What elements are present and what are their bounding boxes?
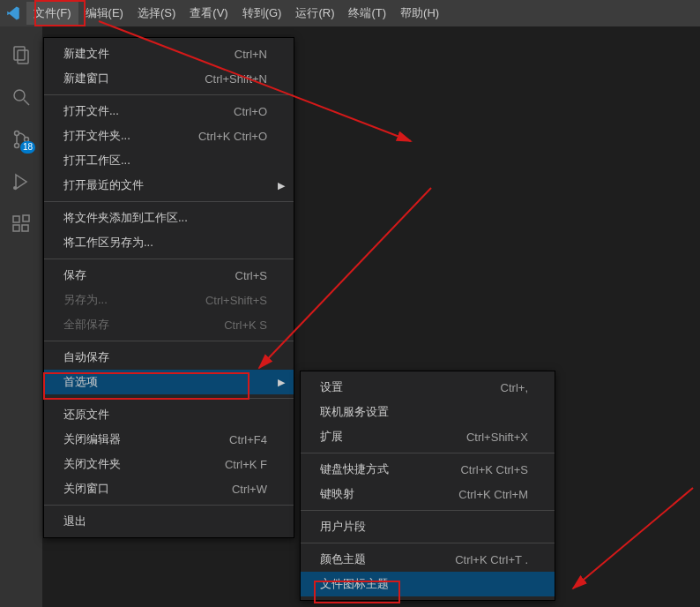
file-menu-item[interactable]: 关闭文件夹Ctrl+K F [44, 452, 294, 476]
menu-item-3[interactable]: 查看(V) [182, 2, 235, 25]
separator [44, 259, 294, 259]
file-menu-item[interactable]: 首选项▶ [44, 370, 294, 394]
menu-item-label: 用户片段 [320, 519, 366, 535]
menu-item-label: 关闭文件夹 [63, 456, 121, 472]
separator [44, 341, 294, 341]
menu-item-label: 关闭编辑器 [63, 431, 121, 447]
menu-item-label: 打开工作区... [63, 153, 130, 169]
svg-line-3 [24, 100, 29, 105]
menu-item-hotkey: Ctrl+K F [225, 458, 267, 471]
pref-menu-item[interactable]: 文件图标主题 [301, 572, 555, 596]
pref-menu-item[interactable]: 键映射Ctrl+K Ctrl+M [301, 482, 555, 506]
file-menu-item[interactable]: 退出 [44, 509, 294, 534]
menu-item-hotkey: Ctrl+K Ctrl+T . [455, 553, 528, 566]
svg-rect-8 [13, 216, 19, 222]
run-icon[interactable] [0, 161, 42, 203]
file-menu-item: 另存为...Ctrl+Shift+S [44, 288, 294, 312]
preferences-submenu: 设置Ctrl+,联机服务设置扩展Ctrl+Shift+X键盘快捷方式Ctrl+K… [300, 371, 555, 601]
file-menu-item[interactable]: 关闭窗口Ctrl+W [44, 476, 294, 501]
menu-item-7[interactable]: 帮助(H) [393, 2, 446, 25]
menu-item-6[interactable]: 终端(T) [341, 2, 393, 25]
menu-item-5[interactable]: 运行(R) [288, 2, 341, 25]
file-menu-item[interactable]: 打开文件夹...Ctrl+K Ctrl+O [44, 124, 294, 148]
submenu-arrow-icon: ▶ [278, 180, 285, 191]
menu-item-label: 打开文件... [63, 103, 119, 119]
menu-item-1[interactable]: 编辑(E) [78, 2, 130, 25]
menu-item-hotkey: Ctrl+N [235, 48, 267, 61]
file-menu-item[interactable]: 保存Ctrl+S [44, 263, 294, 288]
svg-point-5 [15, 144, 19, 148]
pref-menu-item[interactable]: 键盘快捷方式Ctrl+K Ctrl+S [301, 457, 555, 482]
file-menu-item[interactable]: 打开最近的文件▶ [44, 173, 294, 198]
extensions-icon[interactable] [0, 203, 42, 245]
pref-menu-item[interactable]: 颜色主题Ctrl+K Ctrl+T . [301, 547, 555, 572]
submenu-arrow-icon: ▶ [278, 377, 285, 388]
svg-point-2 [14, 90, 25, 101]
menu-item-hotkey: Ctrl+K Ctrl+O [198, 130, 267, 143]
menu-item-hotkey: Ctrl+K Ctrl+M [458, 488, 528, 501]
file-menu-item[interactable]: 将工作区另存为... [44, 230, 294, 255]
file-menu-item[interactable]: 将文件夹添加到工作区... [44, 206, 294, 230]
separator [44, 201, 294, 202]
menu-item-label: 首选项 [63, 374, 98, 390]
menu-item-hotkey: Ctrl+, [501, 381, 528, 394]
svg-point-7 [13, 186, 17, 190]
file-menu-item[interactable]: 关闭编辑器Ctrl+F4 [44, 427, 294, 452]
explorer-icon[interactable] [0, 34, 42, 76]
separator [301, 543, 555, 543]
menu-item-label: 关闭窗口 [63, 481, 109, 497]
pref-menu-item[interactable]: 联机服务设置 [301, 400, 555, 424]
menu-item-hotkey: Ctrl+Shift+N [205, 72, 267, 86]
menu-item-hotkey: Ctrl+K S [224, 318, 267, 332]
file-menu-item[interactable]: 新建文件Ctrl+N [44, 41, 294, 66]
file-menu: 新建文件Ctrl+N新建窗口Ctrl+Shift+N打开文件...Ctrl+O打… [43, 37, 294, 538]
pref-menu-item[interactable]: 设置Ctrl+, [301, 375, 555, 400]
separator [44, 94, 294, 95]
menu-item-hotkey: Ctrl+K Ctrl+S [460, 463, 528, 476]
menu-item-hotkey: Ctrl+W [232, 483, 267, 496]
menu-item-label: 键盘快捷方式 [320, 461, 389, 477]
menu-item-hotkey: Ctrl+Shift+S [205, 294, 267, 307]
pref-menu-item[interactable]: 用户片段 [301, 514, 555, 539]
menubar: 文件(F)编辑(E)选择(S)查看(V)转到(G)运行(R)终端(T)帮助(H) [0, 0, 700, 26]
menu-item-label: 键映射 [320, 486, 354, 502]
activity-bar: 18 [0, 26, 42, 607]
menu-item-hotkey: Ctrl+F4 [229, 433, 267, 446]
search-icon[interactable] [0, 76, 42, 118]
menu-item-label: 将文件夹添加到工作区... [63, 210, 188, 226]
separator [301, 453, 555, 453]
menu-item-label: 新建窗口 [63, 71, 109, 86]
file-menu-item[interactable]: 打开工作区... [44, 148, 294, 173]
menu-item-label: 另存为... [63, 292, 108, 308]
file-menu-item[interactable]: 自动保存 [44, 345, 294, 370]
menu-item-0[interactable]: 文件(F) [26, 2, 78, 25]
menu-item-label: 设置 [320, 379, 343, 395]
file-menu-item[interactable]: 打开文件...Ctrl+O [44, 99, 294, 124]
svg-rect-10 [22, 225, 28, 231]
menu-item-4[interactable]: 转到(G) [235, 2, 289, 25]
scm-badge: 18 [20, 141, 35, 154]
menu-item-hotkey: Ctrl+O [234, 105, 267, 118]
svg-rect-11 [23, 215, 29, 221]
file-menu-item: 全部保存Ctrl+K S [44, 312, 294, 337]
menu-item-label: 自动保存 [63, 349, 109, 365]
menu-item-label: 将工作区另存为... [63, 235, 153, 251]
menu-item-label: 扩展 [320, 429, 343, 445]
menu-item-label: 联机服务设置 [320, 404, 389, 420]
menu-item-label: 打开文件夹... [63, 128, 130, 144]
menu-item-hotkey: Ctrl+S [235, 269, 267, 282]
file-menu-item[interactable]: 还原文件 [44, 402, 294, 427]
separator [44, 398, 294, 399]
separator [44, 505, 294, 506]
scm-icon[interactable]: 18 [0, 118, 42, 161]
svg-rect-1 [18, 50, 28, 64]
file-menu-item[interactable]: 新建窗口Ctrl+Shift+N [44, 66, 294, 91]
menu-item-label: 保存 [63, 267, 86, 283]
menu-item-label: 全部保存 [63, 317, 109, 333]
menu-item-2[interactable]: 选择(S) [130, 2, 182, 25]
svg-rect-9 [13, 225, 19, 231]
pref-menu-item[interactable]: 扩展Ctrl+Shift+X [301, 424, 555, 449]
menu-item-label: 颜色主题 [320, 551, 366, 567]
svg-point-4 [15, 131, 19, 136]
menu-item-label: 打开最近的文件 [63, 177, 144, 193]
